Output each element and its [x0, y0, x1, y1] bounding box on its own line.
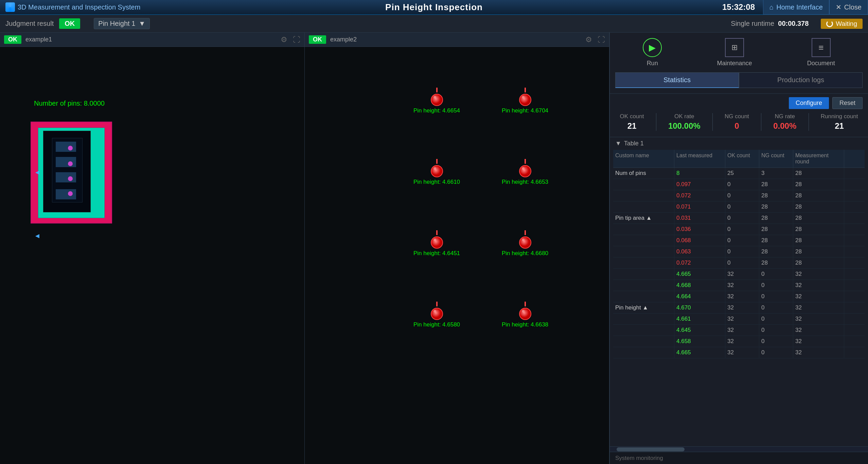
table-cell-last: 0.072: [674, 190, 725, 201]
close-label: Close: [844, 3, 862, 11]
run-label: Run: [647, 60, 658, 67]
pin-marker: Pin height: 4.6451: [413, 230, 460, 257]
nav-document[interactable]: ≡ Document: [807, 38, 835, 67]
table-cell-ok: 0: [725, 224, 759, 235]
runtime-label: Single runtime 00:00.378: [731, 20, 809, 28]
col-header: Last measured: [674, 150, 725, 167]
runtime-value: 00:00.378: [778, 20, 809, 27]
table-cell-last: 4.645: [674, 325, 725, 336]
close-button[interactable]: ✕ Close: [829, 0, 868, 15]
ok-rate-value: 100.00%: [668, 121, 701, 131]
panel-1-ok-badge: OK: [4, 35, 21, 44]
pin-selector[interactable]: Pin Height 1 ▼: [94, 18, 150, 29]
table-cell-group: [613, 291, 674, 302]
table-cell-group: [613, 224, 674, 235]
panel-1-name: example1: [25, 36, 52, 43]
document-icon: ≡: [812, 38, 831, 57]
waiting-badge: Waiting: [821, 19, 863, 29]
table-col-headers: Custom nameLast measuredOK countNG count…: [613, 150, 865, 168]
table-cell-ng: 0: [759, 336, 793, 347]
table-cell-ng: 0: [759, 291, 793, 302]
table-cell-group: [613, 347, 674, 358]
table-row: 0.07202828: [613, 257, 865, 269]
stats-summary: OK count 21 OK rate 100.00% NG count 0 N…: [615, 113, 863, 131]
pin-label: Pin height: 4.6653: [502, 179, 548, 185]
settings-icon[interactable]: ⚙: [281, 35, 287, 44]
table-cell-ok: 0: [725, 190, 759, 201]
settings-icon-2[interactable]: ⚙: [585, 35, 592, 44]
table-row: 0.07202828: [613, 190, 865, 201]
stat-divider-2: [712, 113, 713, 131]
table-row: Pin tip area ▲0.03102828: [613, 213, 865, 224]
reset-button[interactable]: Reset: [832, 97, 863, 109]
expand-icon[interactable]: ⛶: [293, 35, 300, 44]
system-monitoring: System monitoring: [610, 452, 868, 464]
table-cell-round: 32: [793, 336, 844, 347]
table-cell-group: [613, 314, 674, 324]
table-cell-last: 4.665: [674, 269, 725, 280]
stat-ok-count: OK count 21: [620, 113, 644, 131]
table-cell-last: 4.665: [674, 347, 725, 358]
table-cell-group: [613, 201, 674, 212]
table-cell-ng: 0: [759, 314, 793, 324]
table-cell-ng: 28: [759, 257, 793, 268]
table-cell-last: 4.670: [674, 302, 725, 313]
table-cell-round: 32: [793, 314, 844, 324]
table-cell-ng: 28: [759, 224, 793, 235]
judgment-result-label: Judgment result: [5, 20, 54, 28]
nav-run[interactable]: ▶ Run: [643, 38, 662, 67]
system-monitoring-label: System monitoring: [615, 455, 663, 462]
tab-statistics[interactable]: Statistics: [615, 72, 739, 88]
table-cell-last: 0.072: [674, 257, 725, 268]
panel-1-icons: ⚙ ⛶: [281, 35, 300, 44]
pin-dot: [431, 236, 443, 249]
panel1-pin-count-text: Number of pins: 8.0000: [34, 100, 105, 107]
home-button[interactable]: ⌂ Home Interface: [763, 0, 829, 15]
pin-marker: Pin height: 4.6580: [413, 302, 460, 328]
top-bar-left: 3D Measurement and Inspection System: [0, 2, 140, 12]
table-cell-ok: 25: [725, 168, 759, 179]
stats-actions: Configure Reset: [615, 97, 863, 109]
bottom-scrollbar[interactable]: [610, 446, 868, 452]
stat-running-count: Running count 21: [821, 113, 858, 131]
table-cell-ng: 28: [759, 235, 793, 246]
table-section-header[interactable]: ▼ Table 1: [613, 137, 865, 150]
table-cell-ng: 0: [759, 302, 793, 313]
table-row: 0.07102828: [613, 201, 865, 213]
table-cell-round: 32: [793, 302, 844, 313]
table-cell-ng: 28: [759, 246, 793, 257]
page-title: Pin Height Inspection: [385, 2, 483, 13]
table-row: 0.09702828: [613, 179, 865, 190]
top-bar-right: 15:32:08 ⌂ Home Interface ✕ Close: [722, 0, 868, 15]
table-cell-ok: 32: [725, 347, 759, 358]
pin-marker: Pin height: 4.6704: [502, 88, 548, 114]
toolbar: Judgment result OK Pin Height 1 ▼ Single…: [0, 15, 868, 33]
table-cell-group: [613, 336, 674, 347]
tab-production-logs[interactable]: Production logs: [739, 72, 863, 88]
configure-button[interactable]: Configure: [789, 97, 829, 109]
table-cell-ok: 0: [725, 201, 759, 212]
expand-icon-2[interactable]: ⛶: [598, 35, 605, 44]
table-cell-ok: 0: [725, 235, 759, 246]
nav-icons-row: ▶ Run ⊞ Maintenance ≡ Document: [615, 38, 863, 67]
ok-rate-label: OK rate: [674, 113, 694, 120]
app-title: 3D Measurement and Inspection System: [18, 3, 140, 11]
table-row: 0.06802828: [613, 235, 865, 246]
pin-spike: [525, 302, 526, 306]
table-cell-group: [613, 269, 674, 280]
table-cell-ng: 3: [759, 168, 793, 179]
pin-spike: [525, 230, 526, 235]
left-arrow-1: ◄: [34, 168, 41, 176]
home-icon: ⌂: [769, 3, 774, 11]
waiting-icon: [826, 20, 833, 27]
pin-marker: Pin height: 4.6653: [502, 159, 548, 185]
ok-count-label: OK count: [620, 113, 644, 120]
table-cell-last: 4.658: [674, 336, 725, 347]
nav-maintenance[interactable]: ⊞ Maintenance: [717, 38, 752, 67]
right-panel: ▶ Run ⊞ Maintenance ≡ Document Statistic…: [610, 33, 868, 464]
table-row: 4.64532032: [613, 325, 865, 336]
table-cell-ng: 0: [759, 347, 793, 358]
table-cell-ng: 0: [759, 269, 793, 280]
table-row: 4.66132032: [613, 314, 865, 325]
pin-spike: [436, 302, 438, 306]
